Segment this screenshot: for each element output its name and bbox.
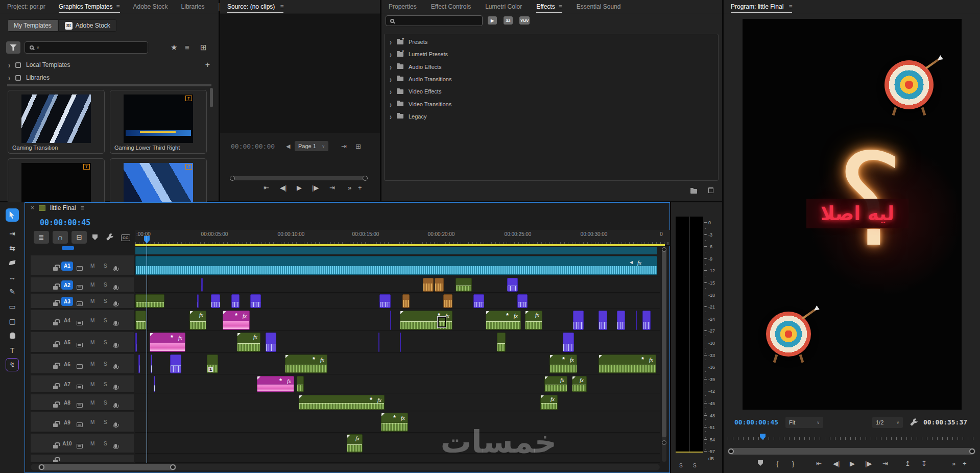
- add-button[interactable]: +: [358, 184, 362, 191]
- play-button[interactable]: ▶: [297, 184, 302, 191]
- source-timecode[interactable]: 00:00:00:00: [231, 143, 275, 150]
- tree-item-libraries[interactable]: ›Libraries: [8, 74, 210, 81]
- track-mute-button[interactable]: M: [90, 361, 94, 367]
- pen-tool[interactable]: ✎: [6, 285, 19, 298]
- timeline-tab[interactable]: × little Final ≡: [31, 204, 84, 211]
- chevron-right-icon[interactable]: ›: [390, 74, 392, 84]
- timeline-clip[interactable]: [617, 311, 625, 330]
- timeline-clip[interactable]: [170, 354, 181, 373]
- track-solo-button[interactable]: S: [104, 318, 107, 323]
- template-search-input[interactable]: ∨: [25, 41, 148, 54]
- checkbox[interactable]: [15, 62, 21, 68]
- video-track-clip[interactable]: [135, 244, 665, 246]
- track-lane-partial[interactable]: [135, 455, 660, 463]
- timeline-clip[interactable]: fx: [544, 376, 567, 392]
- track-solo-button[interactable]: S: [104, 282, 107, 288]
- h-scroll-handle-right[interactable]: [170, 464, 176, 470]
- effects-search-input[interactable]: [386, 15, 483, 26]
- chevron-right-icon[interactable]: ›: [390, 86, 392, 97]
- track-solo-button[interactable]: S: [104, 400, 107, 406]
- track-sync-icon[interactable]: [77, 382, 83, 391]
- add-button[interactable]: +: [963, 460, 967, 467]
- track-lock-icon[interactable]: [53, 400, 58, 410]
- timeline-clip[interactable]: [497, 333, 506, 352]
- chevron-right-icon[interactable]: ›: [390, 62, 392, 72]
- tab-effect-controls[interactable]: Effect Controls: [431, 0, 471, 13]
- timeline-clip[interactable]: fx: [135, 256, 657, 275]
- program-playhead[interactable]: [760, 434, 766, 440]
- new-custom-bin-button[interactable]: +: [690, 186, 700, 196]
- tab-graphics-templates[interactable]: Graphics Templates≡: [59, 0, 120, 13]
- track-solo-button[interactable]: S: [104, 441, 107, 446]
- timeline-clip[interactable]: fx: [572, 376, 587, 392]
- timeline-clip[interactable]: [154, 376, 155, 392]
- tab-adobe-stock[interactable]: Adobe Stock: [133, 0, 168, 13]
- timeline-clip[interactable]: [573, 311, 584, 330]
- ripple-edit-tool[interactable]: ⇆: [6, 242, 19, 255]
- timeline-clip[interactable]: *fx: [486, 311, 521, 330]
- track-solo-button[interactable]: S: [104, 340, 107, 345]
- timeline-clip[interactable]: [197, 294, 199, 308]
- timeline-settings-wrench-icon[interactable]: [105, 233, 114, 242]
- track-target-badge[interactable]: A3: [61, 297, 73, 306]
- timeline-clip[interactable]: *fx: [400, 311, 452, 330]
- mark-out-button[interactable]: }: [792, 460, 794, 467]
- go-to-out-button[interactable]: ⇥: [882, 460, 888, 467]
- h-scroll-thumb[interactable]: [38, 464, 176, 470]
- track-target-badge[interactable]: A7: [61, 380, 73, 389]
- yuv-badge[interactable]: YUV: [519, 16, 530, 25]
- timeline-clip[interactable]: [443, 294, 452, 308]
- program-mini-ruler[interactable]: [728, 434, 975, 440]
- object-selection-tool[interactable]: ▢: [6, 315, 19, 328]
- timeline-clip[interactable]: *fx: [150, 333, 185, 352]
- tree-item-local-templates[interactable]: ›Local Templates+: [8, 60, 210, 69]
- timeline-clip[interactable]: [636, 311, 637, 330]
- playback-resolution-dropdown[interactable]: 1/2∨: [872, 417, 903, 428]
- timeline-clip[interactable]: [517, 294, 528, 308]
- source-scroll-handle-left[interactable]: [230, 176, 235, 181]
- track-lock-icon[interactable]: [53, 299, 58, 308]
- export-frame-icon[interactable]: ⊞: [355, 143, 361, 150]
- track-solo-button[interactable]: S: [104, 263, 107, 269]
- timeline-clip[interactable]: fx: [189, 311, 206, 330]
- timeline-clip[interactable]: [507, 278, 518, 292]
- mark-in-button[interactable]: {: [776, 460, 778, 467]
- track-target-badge[interactable]: A10: [61, 439, 73, 448]
- timeline-clip[interactable]: [473, 294, 484, 308]
- timeline-clip[interactable]: [435, 278, 444, 292]
- timeline-clip[interactable]: [378, 333, 379, 352]
- tab-effects[interactable]: Effects≡: [536, 0, 562, 13]
- v-scroll-handle-bottom[interactable]: [662, 440, 666, 445]
- track-mute-button[interactable]: M: [90, 400, 94, 406]
- track-sync-icon[interactable]: [77, 400, 83, 410]
- source-zoom-scrollbar[interactable]: [231, 176, 367, 180]
- go-to-in-button[interactable]: ⇤: [816, 460, 822, 467]
- timeline-clip[interactable]: *fx: [257, 376, 294, 392]
- track-lock-icon[interactable]: [53, 441, 58, 451]
- meter-solo-right[interactable]: S: [693, 463, 697, 468]
- step-forward-button[interactable]: |▶: [865, 460, 872, 467]
- track-target-badge[interactable]: A4: [61, 316, 73, 325]
- checkbox[interactable]: [15, 75, 21, 81]
- program-timecode[interactable]: 00:00:00:45: [734, 418, 778, 426]
- track-sync-icon[interactable]: [77, 362, 83, 371]
- add-icon[interactable]: +: [205, 60, 210, 69]
- extract-button[interactable]: ↧: [921, 460, 927, 467]
- template-card[interactable]: TGaming Lower Third Right: [110, 90, 207, 154]
- filter-button[interactable]: [6, 41, 20, 54]
- track-voiceover-button[interactable]: [114, 318, 117, 327]
- remix-tool[interactable]: ↯: [6, 358, 19, 371]
- program-settings-wrench-icon[interactable]: [909, 418, 918, 427]
- timeline-clip[interactable]: [297, 376, 304, 392]
- track-lane-A8[interactable]: [135, 394, 660, 411]
- track-target-badge[interactable]: A8: [61, 398, 73, 408]
- more-button[interactable]: »: [348, 184, 351, 191]
- track-lane-A5[interactable]: [135, 332, 660, 353]
- timeline-clip[interactable]: [456, 278, 472, 292]
- step-back-button[interactable]: ◀|: [280, 184, 286, 191]
- timeline-clip[interactable]: [250, 294, 261, 308]
- timeline-clip[interactable]: [642, 311, 651, 330]
- timeline-clip[interactable]: [138, 354, 140, 373]
- selection-tool[interactable]: [6, 208, 19, 222]
- track-solo-button[interactable]: S: [104, 298, 107, 304]
